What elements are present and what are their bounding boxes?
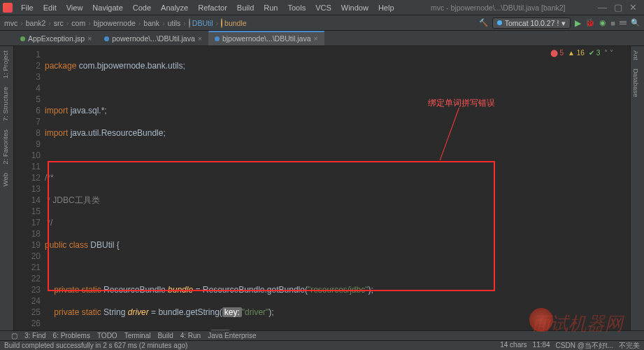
code-area[interactable]: package com.bjpowernode.bank.utils; impo…	[45, 46, 630, 330]
navigation-bar: mvc› bank2› src› com› bjpowernode› bank›…	[0, 15, 644, 31]
main-menu: File Edit View Navigate Code Analyze Ref…	[17, 2, 399, 13]
build-icon[interactable]: 🔨	[479, 18, 488, 27]
crumb[interactable]: bundle	[221, 19, 247, 27]
coverage-button[interactable]: ◉	[599, 18, 606, 27]
toolwindow-project[interactable]: 1: Project	[0, 46, 10, 83]
close-icon[interactable]: ✕	[629, 2, 637, 13]
right-toolwindow-bar: Ant Database	[630, 46, 644, 330]
status-caret: 11:84	[533, 341, 550, 351]
menu-help[interactable]: Help	[374, 2, 399, 13]
menu-analyze[interactable]: Analyze	[157, 2, 192, 13]
menu-refactor[interactable]: Refactor	[194, 2, 231, 13]
crumb[interactable]: mvc	[4, 19, 17, 27]
java-icon	[215, 36, 220, 41]
window-controls: — ▢ ✕	[598, 2, 641, 13]
tab-dbutil2[interactable]: bjpowernode\...\DBUtil.java×	[208, 31, 324, 46]
crumb[interactable]: bjpowernode	[94, 19, 136, 27]
menu-navigate[interactable]: Navigate	[88, 2, 127, 13]
code-editor[interactable]: ⬤ 5 ▲ 16 ✔ 3 ˄ ˅ 12345678910111213141517…	[14, 46, 630, 330]
toolwindow-structure[interactable]: 7: Structure	[0, 83, 10, 125]
breadcrumbs: mvc› bank2› src› com› bjpowernode› bank›…	[4, 19, 247, 27]
window-title: mvc - bjpowernode\...\DBUtil.java [bank2…	[431, 4, 566, 12]
close-icon[interactable]: ×	[87, 34, 92, 43]
search-icon[interactable]: 🔍	[631, 18, 640, 27]
tab-dbutil1[interactable]: powernode\...\DBUtil.java×	[98, 31, 208, 46]
tab-appexception[interactable]: AppException.jsp×	[14, 31, 98, 46]
tab-problems[interactable]: 6: Problems	[53, 332, 90, 340]
menu-window[interactable]: Window	[337, 2, 373, 13]
status-bar: Build completed successfully in 2 s 627 …	[0, 340, 644, 350]
editor-tabs: AppException.jsp× powernode\...\DBUtil.j…	[0, 31, 644, 46]
jsp-icon	[20, 36, 25, 41]
tool-window-tabs: ▢ 3: Find 6: Problems TODO Terminal Buil…	[0, 330, 644, 340]
hide-tool-icon[interactable]: ▢	[11, 332, 17, 340]
left-toolwindow-bar: 1: Project 7: Structure 2: Favorites Web	[0, 46, 14, 330]
menu-tools[interactable]: Tools	[283, 2, 310, 13]
run-button[interactable]: ▶	[575, 18, 581, 28]
crumb[interactable]: bank2	[26, 19, 46, 27]
tab-run[interactable]: 4: Run	[180, 332, 201, 340]
crumb[interactable]: com	[71, 19, 85, 27]
title-bar: File Edit View Navigate Code Analyze Ref…	[0, 0, 644, 15]
more-icon[interactable]	[620, 21, 627, 24]
crumb[interactable]: utils	[168, 19, 181, 27]
toolwindow-ant[interactable]: Ant	[631, 46, 641, 64]
close-icon[interactable]: ×	[314, 34, 318, 43]
tab-terminal[interactable]: Terminal	[124, 332, 151, 340]
tab-find[interactable]: 3: Find	[24, 332, 46, 340]
menu-edit[interactable]: Edit	[39, 2, 61, 13]
menu-code[interactable]: Code	[129, 2, 155, 13]
line-gutter: 1234567891011121314151718192021222324252…	[14, 46, 41, 329]
tab-build[interactable]: Build	[157, 332, 173, 340]
debug-button[interactable]: 🐞	[585, 18, 595, 27]
status-watermark: CSDN @当不好t...	[556, 341, 613, 351]
crumb[interactable]: DBUtil	[189, 19, 213, 27]
watermark-icon	[529, 308, 553, 332]
stop-button[interactable]: ■	[610, 19, 615, 27]
toolwindow-favorites[interactable]: 2: Favorites	[0, 125, 10, 169]
app-icon	[3, 3, 13, 13]
tab-todo[interactable]: TODO	[97, 332, 117, 340]
menu-vcs[interactable]: VCS	[311, 2, 336, 13]
menu-file[interactable]: File	[17, 2, 38, 13]
close-icon[interactable]: ×	[198, 34, 202, 43]
status-selection: 14 chars	[500, 341, 527, 351]
menu-run[interactable]: Run	[259, 2, 282, 13]
run-config-select[interactable]: Tomcat 10.0.27 ! ▾	[492, 18, 571, 29]
maximize-icon[interactable]: ▢	[614, 2, 622, 13]
toolwindow-database[interactable]: Database	[631, 64, 641, 102]
menu-view[interactable]: View	[62, 2, 87, 13]
crumb[interactable]: bank	[143, 19, 159, 27]
minimize-icon[interactable]: —	[598, 2, 607, 13]
status-message: Build completed successfully in 2 s 627 …	[4, 342, 187, 349]
tab-jee[interactable]: Java Enterprise	[208, 332, 256, 340]
toolwindow-web[interactable]: Web	[0, 169, 10, 190]
java-icon	[104, 36, 109, 41]
crumb[interactable]: src	[54, 19, 64, 27]
chevron-down-icon: ▾	[561, 19, 566, 27]
menu-build[interactable]: Build	[233, 2, 258, 13]
status-extra: 不完美	[619, 341, 640, 351]
tomcat-icon	[497, 20, 502, 25]
